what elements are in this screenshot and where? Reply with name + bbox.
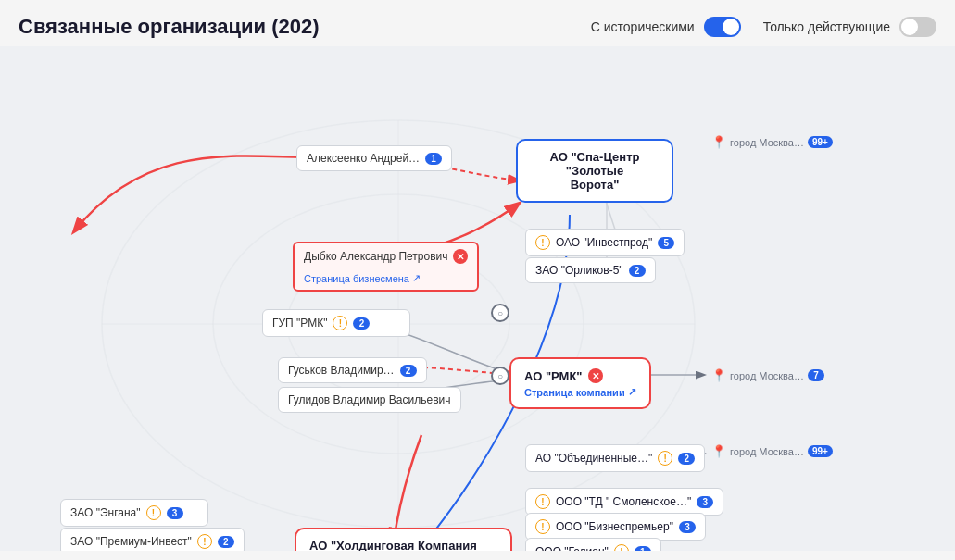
page-header: Связанные организации (202) С историческ… — [0, 0, 955, 46]
orlikov-name: ЗАО "Орликов-5" — [535, 264, 623, 277]
engana-badge: 3 — [167, 507, 183, 519]
gup-warn-icon: ! — [333, 316, 347, 330]
toggle-historical[interactable] — [704, 17, 741, 37]
premium-name: ЗАО "Премиум-Инвест" — [70, 535, 192, 548]
node-person5[interactable]: Гулидов Владимир Васильевич — [278, 387, 461, 413]
biznes-name: ООО "Бизнеспремьер" — [556, 520, 673, 533]
node-zao-premium[interactable]: ЗАО "Премиум-Инвест" ! 2 — [60, 528, 245, 551]
location1-badge: 99+ — [808, 136, 833, 148]
location1-name: город Москва… — [730, 137, 804, 148]
node-investprod[interactable]: ! ОАО "Инвестпрод" 5 — [525, 229, 685, 256]
location3-badge: 99+ — [808, 445, 833, 457]
node-biznes[interactable]: ! ООО "Бизнеспремьер" 3 — [525, 513, 706, 541]
toggle-group-active: Только действующие — [763, 17, 936, 37]
person4-badge: 2 — [400, 365, 417, 377]
person2-link[interactable]: Страница бизнесмена ↗ — [304, 272, 421, 284]
biznes-warn-icon: ! — [535, 519, 550, 534]
rmk-name: АО "РМК" — [524, 369, 583, 383]
main-company-line3: Ворота" — [571, 178, 620, 192]
investprod-warn-icon: ! — [535, 235, 550, 250]
location2-badge: 7 — [808, 369, 824, 381]
person1-badge: 1 — [425, 153, 442, 165]
toggle-active-label: Только действующие — [763, 19, 890, 34]
node-gelion[interactable]: ООО "Гелион" ! 1 — [525, 538, 661, 551]
obedin-warn-icon: ! — [658, 451, 672, 466]
gup-rmk-badge: 2 — [353, 317, 370, 330]
td-smol-name: ООО "ТД " Смоленское…" — [556, 495, 691, 508]
toggle-historical-label: С историческими — [591, 19, 695, 34]
circle-marker-1: ○ — [491, 304, 509, 322]
obedin-name: АО "Объединенные…" — [535, 452, 652, 465]
investprod-badge: 5 — [658, 237, 674, 249]
holding-name: АО "Холдинговая Компания"ОбъединенныеКон… — [309, 539, 477, 551]
map-background — [0, 46, 955, 551]
location3-name: город Москва… — [730, 446, 804, 457]
page-title: Связанные организации (202) — [19, 15, 320, 39]
location3-pin-icon: 📍 — [711, 444, 726, 458]
person2-x-icon: ✕ — [453, 249, 468, 264]
person4-name: Гуськов Владимир… — [288, 364, 395, 377]
obedin-badge: 2 — [678, 453, 695, 465]
gelion-badge: 1 — [635, 546, 651, 552]
node-rmk[interactable]: АО "РМК" ✕ Страница компании ↗ — [509, 357, 651, 409]
node-main-company[interactable]: АО "Спа-Центр "Золотые Ворота" — [516, 139, 673, 203]
person2-name: Дыбко Александр Петрович — [304, 250, 447, 263]
gelion-name: ООО "Гелион" — [535, 545, 609, 551]
node-gup-rmk[interactable]: ГУП "РМК" ! 2 — [262, 309, 410, 337]
premium-warn-icon: ! — [197, 534, 212, 549]
td-smol-badge: 3 — [697, 496, 713, 508]
node-orlikov[interactable]: ЗАО "Орликов-5" 2 — [525, 257, 656, 283]
engana-warn-icon: ! — [146, 505, 161, 520]
location2-name: город Москва… — [730, 370, 804, 381]
node-location2[interactable]: 📍 город Москва… 7 — [711, 368, 824, 382]
node-person2[interactable]: Дыбко Александр Петрович ✕ Страница бизн… — [293, 242, 479, 292]
gup-rmk-name: ГУП "РМК" — [272, 317, 327, 330]
td-smol-warn-icon: ! — [535, 494, 550, 509]
node-td-smol[interactable]: ! ООО "ТД " Смоленское…" 3 — [525, 488, 723, 516]
main-company-line2: "Золотые — [566, 164, 623, 178]
toggle-active[interactable] — [899, 17, 936, 37]
node-holding[interactable]: АО "Холдинговая Компания"ОбъединенныеКон… — [295, 528, 512, 551]
toggle-group-historical: С историческими — [591, 17, 741, 37]
node-obedin[interactable]: АО "Объединенные…" ! 2 — [525, 444, 705, 472]
rmk-link[interactable]: Страница компании ↗ — [524, 386, 636, 398]
gelion-warn-icon: ! — [614, 544, 629, 551]
orlikov-badge: 2 — [629, 265, 646, 277]
graph-area: АО "Спа-Центр "Золотые Ворота" Алексеенк… — [0, 46, 955, 551]
node-person1[interactable]: Алексеенко Андрей… 1 — [296, 145, 452, 171]
rmk-x-icon: ✕ — [588, 368, 603, 383]
node-location3[interactable]: 📍 город Москва… 99+ — [711, 444, 833, 458]
person5-name: Гулидов Владимир Васильевич — [288, 393, 451, 406]
engana-name: ЗАО "Энгана" — [70, 506, 141, 519]
location1-pin-icon: 📍 — [711, 135, 726, 149]
location2-pin-icon: 📍 — [711, 368, 726, 382]
circle-marker-2: ○ — [491, 367, 509, 385]
main-company-line1: АО "Спа-Центр — [550, 150, 640, 164]
node-zao-engana[interactable]: ЗАО "Энгана" ! 3 — [60, 499, 208, 527]
person1-name: Алексеенко Андрей… — [307, 152, 420, 165]
node-person4[interactable]: Гуськов Владимир… 2 — [278, 357, 427, 383]
premium-badge: 2 — [218, 536, 234, 548]
biznes-badge: 3 — [679, 521, 696, 533]
node-location1[interactable]: 📍 город Москва… 99+ — [711, 135, 833, 149]
investprod-name: ОАО "Инвестпрод" — [556, 236, 652, 249]
header-controls: С историческими Только действующие — [591, 17, 936, 37]
